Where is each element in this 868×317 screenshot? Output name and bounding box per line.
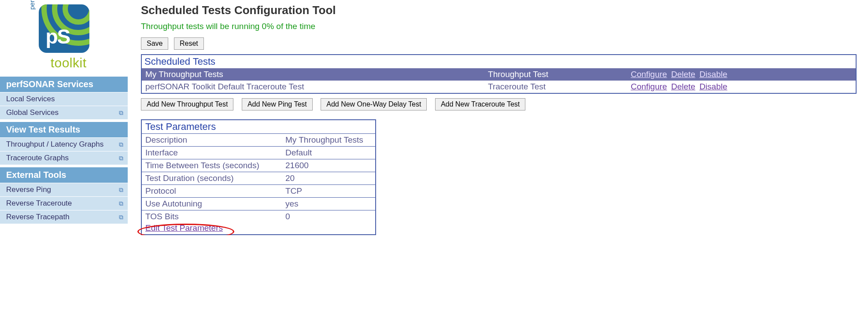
parameter-label: Test Duration (seconds) [142,172,282,185]
nav-section-header: perfSONAR Services [0,77,128,92]
nav-item-label: Throughput / Latency Graphs [6,140,103,149]
test-parameters-title: Test Parameters [142,120,375,133]
add-throughput-test-button[interactable]: Add New Throughput Test [141,98,233,111]
nav-item-label: Reverse Ping [6,185,51,194]
nav-item[interactable]: Reverse Traceroute⧉ [0,196,128,210]
parameter-label: Interface [142,147,282,159]
parameter-row: Test Duration (seconds)20 [142,172,375,185]
nav-section-header: External Tools [0,167,128,183]
nav-item-label: Local Services [6,95,55,103]
logo-performance-text: performance [28,0,36,10]
disable-link[interactable]: Disable [699,70,727,79]
save-button[interactable]: Save [141,37,168,50]
scheduled-tests-title: Scheduled Tests [142,55,856,68]
parameter-label: TOS Bits [142,210,282,223]
parameter-row: Use Autotuningyes [142,198,375,210]
throughput-status-line: Throughput tests will be running 0% of t… [141,22,857,31]
nav-item[interactable]: Local Services [0,92,128,106]
add-traceroute-test-button[interactable]: Add New Traceroute Test [435,98,525,111]
configure-link[interactable]: Configure [631,70,667,79]
del-link[interactable]: Delete [671,70,695,79]
edit-test-parameters-link[interactable]: Edit Test Parameters [142,223,226,234]
disable-link[interactable]: Disable [699,82,727,91]
main-content: Scheduled Tests Configuration Tool Throu… [128,0,868,235]
parameter-value: Default [282,147,375,159]
parameter-value: My Throughput Tests [282,134,375,147]
nav-item[interactable]: Reverse Ping⧉ [0,183,128,196]
configure-link[interactable]: Configure [631,82,667,91]
parameter-row: Time Between Tests (seconds)21600 [142,159,375,172]
parameter-value: TCP [282,185,375,198]
parameter-row: ProtocolTCP [142,185,375,198]
logo-ps-text: pS [46,25,70,48]
parameter-value: 20 [282,172,375,185]
add-owd-test-button[interactable]: Add New One-Way Delay Test [321,98,427,111]
parameter-row: TOS Bits0 [142,210,375,223]
scheduled-test-row[interactable]: My Throughput TestsThroughput TestConfig… [142,68,856,81]
external-link-icon: ⧉ [119,186,123,194]
external-link-icon: ⧉ [119,109,123,117]
nav-item-label: Traceroute Graphs [6,154,69,162]
add-ping-test-button[interactable]: Add New Ping Test [242,98,313,111]
sidebar: pS performance toolkit perfSONAR Service… [0,0,128,224]
test-type-cell: Traceroute Test [484,81,627,93]
page-title: Scheduled Tests Configuration Tool [141,4,857,17]
parameter-label: Protocol [142,185,282,198]
parameter-value: 21600 [282,159,375,172]
svg-point-0 [65,4,89,22]
scheduled-tests-panel: Scheduled Tests My Throughput TestsThrou… [141,54,857,94]
nav-item[interactable]: Throughput / Latency Graphs⧉ [0,137,128,151]
external-link-icon: ⧉ [119,141,123,148]
parameter-value: 0 [282,210,375,223]
nav-item-label: Global Services [6,108,59,117]
test-actions-cell: Configure Delete Disable [627,68,856,81]
parameter-label: Time Between Tests (seconds) [142,159,282,172]
nav-item[interactable]: Traceroute Graphs⧉ [0,151,128,165]
scheduled-test-row[interactable]: perfSONAR Toolkit Default Traceroute Tes… [142,81,856,93]
parameter-value: yes [282,198,375,210]
test-parameters-panel: Test Parameters DescriptionMy Throughput… [141,119,376,235]
parameter-row: DescriptionMy Throughput Tests [142,134,375,147]
del-link[interactable]: Delete [671,82,695,91]
parameter-label: Description [142,134,282,147]
test-actions-cell: Configure Delete Disable [627,81,856,93]
test-name-cell: My Throughput Tests [142,68,484,81]
external-link-icon: ⧉ [119,155,123,162]
parameter-label: Use Autotuning [142,198,282,210]
reset-button[interactable]: Reset [174,37,204,50]
nav-item[interactable]: Reverse Tracepath⧉ [0,210,128,224]
external-link-icon: ⧉ [119,200,123,207]
test-type-cell: Throughput Test [484,68,627,81]
logo: pS performance toolkit [0,0,128,74]
parameter-row: InterfaceDefault [142,147,375,159]
logo-toolkit-text: toolkit [39,55,89,70]
nav-item-label: Reverse Traceroute [6,199,72,208]
test-name-cell: perfSONAR Toolkit Default Traceroute Tes… [142,81,484,93]
nav-section-header: View Test Results [0,122,128,137]
nav-item-label: Reverse Tracepath [6,213,70,221]
external-link-icon: ⧉ [119,214,123,221]
nav-item[interactable]: Global Services⧉ [0,106,128,119]
